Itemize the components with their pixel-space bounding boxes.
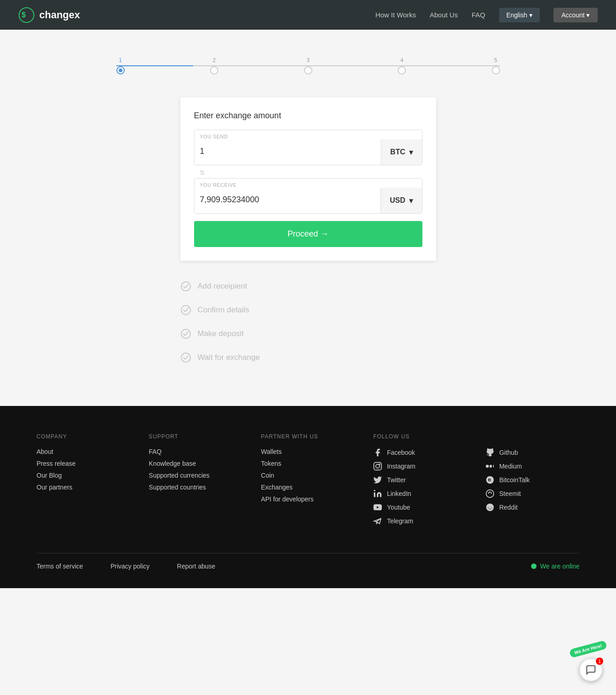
stepper-steps: 1 2 3 4 (116, 57, 500, 74)
svg-point-8 (379, 464, 380, 465)
language-button[interactable]: English ▾ (499, 8, 540, 22)
receive-currency-label: USD (390, 196, 405, 205)
steemit-icon (485, 489, 495, 498)
receive-input-row: USD ▾ (195, 188, 422, 213)
footer-partner-tokens[interactable]: Tokens (261, 460, 355, 467)
facebook-icon (373, 448, 382, 457)
instagram-label: Instagram (387, 463, 415, 470)
social-instagram[interactable]: Instagram (373, 462, 467, 471)
svg-point-17 (486, 504, 494, 511)
reddit-icon (485, 503, 495, 512)
social-youtube[interactable]: Youtube (373, 503, 467, 512)
footer-follow: FOLLOW US Facebook Instagram Twitter Lin… (373, 433, 467, 530)
footer-partner-wallets[interactable]: Wallets (261, 448, 355, 455)
github-icon (485, 448, 495, 457)
footer-support-knowledge[interactable]: Knowledge base (149, 460, 243, 467)
linkedin-label: LinkedIn (387, 490, 411, 497)
send-currency-button[interactable]: BTC ▾ (381, 139, 422, 165)
youtube-icon (373, 503, 382, 512)
svg-point-13 (493, 465, 494, 468)
step-2[interactable]: 2 (210, 57, 218, 74)
linkedin-icon (373, 489, 382, 498)
github-label: Github (499, 449, 518, 456)
svg-text:$: $ (21, 11, 26, 19)
proceed-label: Proceed → (287, 229, 328, 239)
footer-company-press[interactable]: Press release (37, 460, 131, 467)
step-below-add-recipient-label: Add receipient (198, 282, 247, 291)
check-icon-2 (180, 305, 191, 316)
step-4-num: 4 (400, 57, 404, 63)
send-amount-input[interactable] (195, 143, 381, 162)
footer-support-currencies[interactable]: Supported currencies (149, 472, 243, 479)
footer-company-blog[interactable]: Our Blog (37, 472, 131, 479)
exchange-title: Enter exchange amount (194, 111, 422, 121)
step-below-add-recipient: Add receipient (180, 274, 436, 298)
social-telegram[interactable]: Telegram (373, 516, 467, 526)
step-below-confirm-details: Confirm details (180, 298, 436, 322)
social-github[interactable]: Github (485, 448, 579, 457)
footer-partner-api[interactable]: API for developers (261, 495, 355, 503)
stepper: 1 2 3 4 (103, 57, 514, 74)
online-badge: We are online (531, 563, 579, 570)
step-1-circle (116, 66, 125, 74)
step-2-circle (210, 66, 218, 74)
footer-support: SUPPORT FAQ Knowledge base Supported cur… (149, 433, 243, 530)
svg-point-3 (181, 305, 190, 315)
social-reddit[interactable]: Reddit (485, 503, 579, 512)
social-linkedin[interactable]: LinkedIn (373, 489, 467, 498)
footer-top: COMPANY About Press release Our Blog Our… (37, 433, 579, 530)
social-medium[interactable]: Medium (485, 462, 579, 471)
telegram-label: Telegram (387, 517, 413, 525)
send-currency-arrow: ▾ (409, 148, 413, 157)
logo-icon: $ (18, 7, 35, 23)
receive-amount-input[interactable] (195, 191, 380, 210)
footer-partner-coin[interactable]: Coin (261, 472, 355, 479)
svg-point-2 (181, 282, 190, 291)
footer-support-title: SUPPORT (149, 433, 243, 440)
step-3-circle (304, 66, 312, 74)
step-4-circle (398, 66, 406, 74)
footer-bottom: Terms of service Privacy policy Report a… (37, 553, 579, 570)
bitcointalk-label: BitcoinTalk (499, 476, 530, 484)
send-input-row: BTC ▾ (195, 139, 422, 165)
swap-dots: ⇅ (200, 169, 205, 176)
facebook-label: Facebook (387, 449, 415, 456)
nav-how-it-works[interactable]: How It Works (375, 11, 416, 19)
logo[interactable]: $ changex (18, 7, 80, 23)
svg-text:B: B (488, 478, 491, 482)
step-5-num: 5 (494, 57, 497, 63)
check-icon-1 (180, 281, 191, 292)
footer-report[interactable]: Report abuse (177, 563, 216, 570)
receive-currency-button[interactable]: USD ▾ (380, 188, 422, 213)
receive-input-group: YOU RECEIVE USD ▾ (194, 178, 422, 214)
send-input-group: YOU SEND BTC ▾ (194, 130, 422, 165)
step-1[interactable]: 1 (116, 57, 125, 74)
proceed-button[interactable]: Proceed → (194, 221, 422, 247)
step-5-circle (492, 66, 500, 74)
social-steemit[interactable]: Steemit (485, 489, 579, 498)
footer-company-partners[interactable]: Our partners (37, 484, 131, 491)
youtube-label: Youtube (387, 504, 410, 511)
footer-privacy[interactable]: Privacy policy (111, 563, 150, 570)
receive-currency-arrow: ▾ (409, 196, 413, 205)
account-button[interactable]: Account ▾ (553, 8, 598, 22)
footer-support-faq[interactable]: FAQ (149, 448, 243, 455)
social-bitcointalk[interactable]: B BitcoinTalk (485, 475, 579, 484)
nav-about-us[interactable]: About Us (430, 11, 458, 19)
footer-partner-exchanges[interactable]: Exchanges (261, 484, 355, 491)
check-icon-4 (180, 352, 191, 363)
step-3[interactable]: 3 (304, 57, 312, 74)
footer-terms[interactable]: Terms of service (37, 563, 83, 570)
steps-below: Add receipient Confirm details Make depo… (180, 274, 436, 369)
footer-support-countries[interactable]: Supported countries (149, 484, 243, 491)
step-4[interactable]: 4 (398, 57, 406, 74)
social-twitter[interactable]: Twitter (373, 475, 467, 484)
step-5[interactable]: 5 (492, 57, 500, 74)
reddit-label: Reddit (499, 504, 517, 511)
twitter-icon (373, 475, 382, 484)
footer-company: COMPANY About Press release Our Blog Our… (37, 433, 131, 530)
footer-company-about[interactable]: About (37, 448, 131, 455)
nav-faq[interactable]: FAQ (472, 11, 485, 19)
navbar-links: How It Works About Us FAQ English ▾ Acco… (375, 8, 598, 22)
social-facebook[interactable]: Facebook (373, 448, 467, 457)
